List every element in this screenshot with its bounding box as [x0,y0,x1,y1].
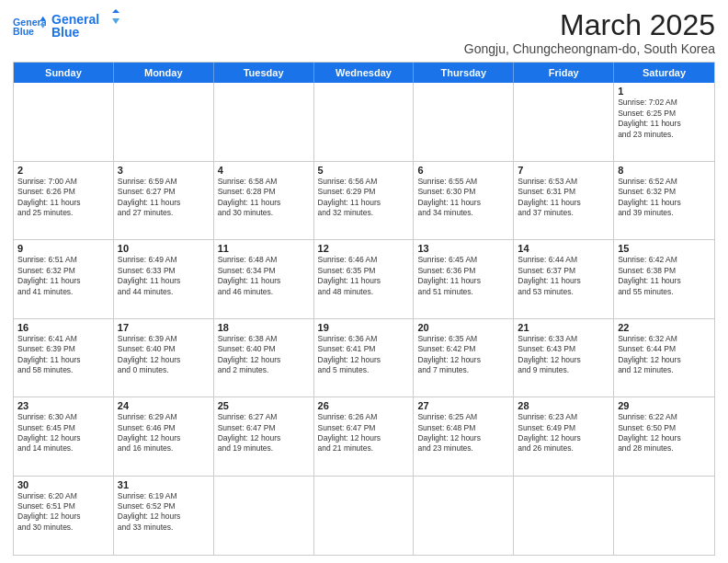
day-info: Sunrise: 6:48 AM Sunset: 6:34 PM Dayligh… [218,255,310,297]
calendar-cell: 6Sunrise: 6:55 AM Sunset: 6:30 PM Daylig… [414,162,514,239]
day-number: 10 [118,243,210,254]
calendar-cell [514,477,614,555]
day-number: 27 [417,400,509,411]
day-number: 8 [618,165,711,176]
day-number: 21 [518,322,609,333]
day-number: 13 [417,243,509,254]
calendar-cell: 1Sunrise: 7:02 AM Sunset: 6:25 PM Daylig… [614,83,714,160]
day-number: 24 [118,400,210,411]
calendar-cell: 26Sunrise: 6:26 AM Sunset: 6:47 PM Dayli… [314,397,415,475]
calendar-cell [314,477,415,555]
calendar-row-4: 23Sunrise: 6:30 AM Sunset: 6:45 PM Dayli… [14,397,714,476]
calendar-cell: 4Sunrise: 6:58 AM Sunset: 6:28 PM Daylig… [214,162,314,239]
day-number: 30 [17,479,109,490]
calendar-row-2: 9Sunrise: 6:51 AM Sunset: 6:32 PM Daylig… [14,240,714,318]
day-number: 25 [218,400,310,411]
calendar-cell [114,83,214,160]
weekday-header-tuesday: Tuesday [214,63,314,83]
calendar-row-1: 2Sunrise: 7:00 AM Sunset: 6:26 PM Daylig… [14,162,714,240]
day-number: 6 [417,165,509,176]
calendar: SundayMondayTuesdayWednesdayThursdayFrid… [13,62,715,556]
calendar-cell [214,83,314,160]
calendar-cell: 19Sunrise: 6:36 AM Sunset: 6:41 PM Dayli… [314,319,415,396]
calendar-cell [14,83,114,160]
calendar-cell [414,477,514,555]
title-block: March 2025 Gongju, Chungcheongnam-do, So… [464,9,715,56]
day-number: 16 [17,322,109,333]
calendar-cell [414,83,514,160]
calendar-body: 1Sunrise: 7:02 AM Sunset: 6:25 PM Daylig… [14,83,714,555]
calendar-cell [214,477,314,555]
calendar-cell: 7Sunrise: 6:53 AM Sunset: 6:31 PM Daylig… [514,162,614,239]
calendar-cell: 25Sunrise: 6:27 AM Sunset: 6:47 PM Dayli… [214,397,314,475]
day-info: Sunrise: 6:39 AM Sunset: 6:40 PM Dayligh… [118,334,210,376]
day-info: Sunrise: 6:38 AM Sunset: 6:40 PM Dayligh… [218,334,310,376]
calendar-cell: 2Sunrise: 7:00 AM Sunset: 6:26 PM Daylig… [14,162,114,239]
calendar-cell: 21Sunrise: 6:33 AM Sunset: 6:43 PM Dayli… [514,319,614,396]
day-number: 5 [318,165,410,176]
day-info: Sunrise: 6:45 AM Sunset: 6:36 PM Dayligh… [417,255,509,297]
day-number: 2 [17,165,109,176]
day-number: 4 [218,165,310,176]
weekday-header-saturday: Saturday [614,63,714,83]
weekday-header-monday: Monday [114,63,214,83]
calendar-row-5: 30Sunrise: 6:20 AM Sunset: 6:51 PM Dayli… [14,477,714,555]
month-title: March 2025 [464,9,715,41]
day-number: 23 [17,400,109,411]
day-info: Sunrise: 6:46 AM Sunset: 6:35 PM Dayligh… [318,255,410,297]
day-info: Sunrise: 6:59 AM Sunset: 6:27 PM Dayligh… [118,177,210,219]
day-info: Sunrise: 6:32 AM Sunset: 6:44 PM Dayligh… [618,334,711,376]
calendar-cell: 28Sunrise: 6:23 AM Sunset: 6:49 PM Dayli… [514,397,614,475]
logo-svg: General Blue [51,9,125,42]
day-info: Sunrise: 6:41 AM Sunset: 6:39 PM Dayligh… [17,334,109,376]
generalblue-logo-icon: General Blue [13,15,46,40]
calendar-cell: 10Sunrise: 6:49 AM Sunset: 6:33 PM Dayli… [114,240,214,317]
day-info: Sunrise: 7:00 AM Sunset: 6:26 PM Dayligh… [17,177,109,219]
day-number: 18 [218,322,310,333]
calendar-cell: 9Sunrise: 6:51 AM Sunset: 6:32 PM Daylig… [14,240,114,317]
weekday-header-thursday: Thursday [414,63,514,83]
day-info: Sunrise: 6:25 AM Sunset: 6:48 PM Dayligh… [417,412,509,454]
day-number: 11 [218,243,310,254]
calendar-row-0: 1Sunrise: 7:02 AM Sunset: 6:25 PM Daylig… [14,83,714,161]
calendar-cell: 29Sunrise: 6:22 AM Sunset: 6:50 PM Dayli… [614,397,714,475]
day-info: Sunrise: 6:56 AM Sunset: 6:29 PM Dayligh… [318,177,410,219]
calendar-cell: 8Sunrise: 6:52 AM Sunset: 6:32 PM Daylig… [614,162,714,239]
calendar-cell [314,83,415,160]
day-number: 26 [318,400,410,411]
calendar-cell [614,477,714,555]
day-info: Sunrise: 6:26 AM Sunset: 6:47 PM Dayligh… [318,412,410,454]
day-info: Sunrise: 6:19 AM Sunset: 6:52 PM Dayligh… [118,491,210,534]
day-info: Sunrise: 6:23 AM Sunset: 6:49 PM Dayligh… [518,412,609,454]
day-info: Sunrise: 6:44 AM Sunset: 6:37 PM Dayligh… [518,255,609,297]
calendar-cell: 3Sunrise: 6:59 AM Sunset: 6:27 PM Daylig… [114,162,214,239]
day-number: 3 [118,165,210,176]
calendar-cell: 30Sunrise: 6:20 AM Sunset: 6:51 PM Dayli… [14,477,114,555]
location-subtitle: Gongju, Chungcheongnam-do, South Korea [464,41,715,56]
day-number: 29 [618,400,711,411]
day-number: 20 [417,322,509,333]
calendar-cell: 5Sunrise: 6:56 AM Sunset: 6:29 PM Daylig… [314,162,415,239]
page: General Blue General Blue March 2025 Gon… [0,0,728,563]
day-info: Sunrise: 6:49 AM Sunset: 6:33 PM Dayligh… [118,255,210,297]
svg-marker-7 [112,18,119,24]
calendar-cell: 15Sunrise: 6:42 AM Sunset: 6:38 PM Dayli… [614,240,714,317]
day-number: 28 [518,400,609,411]
day-number: 19 [318,322,410,333]
header: General Blue General Blue March 2025 Gon… [13,9,715,56]
day-info: Sunrise: 6:20 AM Sunset: 6:51 PM Dayligh… [17,491,109,534]
calendar-cell: 27Sunrise: 6:25 AM Sunset: 6:48 PM Dayli… [414,397,514,475]
day-number: 14 [518,243,609,254]
day-number: 1 [618,86,711,97]
calendar-cell: 17Sunrise: 6:39 AM Sunset: 6:40 PM Dayli… [114,319,214,396]
day-info: Sunrise: 6:30 AM Sunset: 6:45 PM Dayligh… [17,412,109,454]
calendar-cell: 24Sunrise: 6:29 AM Sunset: 6:46 PM Dayli… [114,397,214,475]
day-info: Sunrise: 6:55 AM Sunset: 6:30 PM Dayligh… [417,177,509,219]
day-info: Sunrise: 6:51 AM Sunset: 6:32 PM Dayligh… [17,255,109,297]
day-number: 17 [118,322,210,333]
weekday-header-wednesday: Wednesday [314,63,415,83]
svg-text:Blue: Blue [13,26,34,37]
svg-marker-6 [112,9,119,13]
day-info: Sunrise: 7:02 AM Sunset: 6:25 PM Dayligh… [618,98,711,140]
calendar-cell: 22Sunrise: 6:32 AM Sunset: 6:44 PM Dayli… [614,319,714,396]
